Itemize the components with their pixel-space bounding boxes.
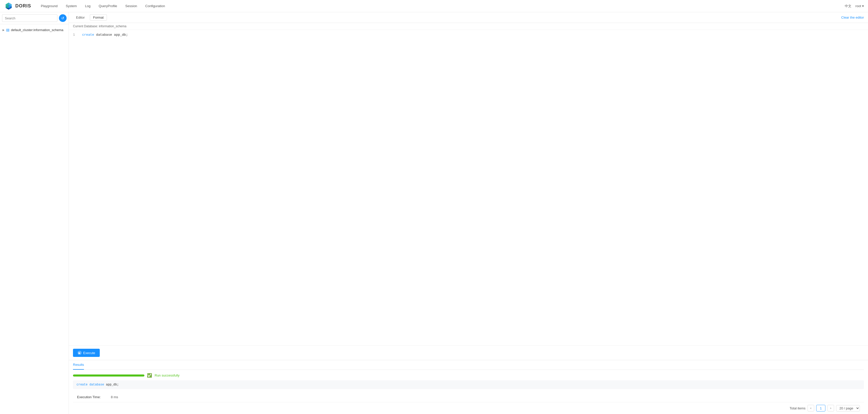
- clear-editor-button[interactable]: Clear the editor: [841, 15, 864, 20]
- tree-item-label: default_cluster:information_schema: [11, 28, 63, 32]
- main-layout: ↺ ▶ ▤ default_cluster:information_schema…: [0, 12, 868, 414]
- current-database-label: Current Database: information_schema: [69, 23, 868, 30]
- format-button[interactable]: Format: [90, 14, 107, 21]
- code-content-1: create database app_db;: [82, 33, 128, 37]
- code-editor[interactable]: 1 create database app_db;: [69, 30, 868, 345]
- chevron-down-icon: ▾: [862, 4, 864, 8]
- query-display: create database app_db;: [73, 380, 864, 389]
- progress-bar-background: [73, 375, 145, 377]
- editor-area: Editor Format Clear the editor Current D…: [69, 12, 868, 414]
- execute-area: ▶ Execute: [69, 345, 868, 360]
- refresh-icon: ↺: [61, 16, 64, 20]
- nav-queryprofile[interactable]: QueryProfile: [95, 3, 121, 9]
- nav-configuration[interactable]: Configuration: [142, 3, 168, 9]
- code-text-1: database app_db;: [94, 33, 128, 37]
- editor-tab[interactable]: Editor: [73, 14, 88, 21]
- nav-right: 中文 root ▾: [845, 4, 864, 8]
- tree-item-default-cluster[interactable]: ▶ ▤ default_cluster:information_schema: [0, 26, 69, 33]
- doris-logo-icon: [4, 2, 13, 11]
- refresh-button[interactable]: ↺: [59, 14, 67, 22]
- tree-expand-arrow: ▶: [3, 29, 5, 31]
- play-icon: ▶: [78, 351, 82, 355]
- logo-area: DORIS: [4, 2, 31, 11]
- sidebar: ↺ ▶ ▤ default_cluster:information_schema: [0, 12, 69, 414]
- exec-time-label: Execution Time:: [77, 395, 101, 399]
- pagination-row: Total items ‹ 1 › 20 / page: [73, 402, 864, 414]
- page-next-button[interactable]: ›: [828, 405, 834, 411]
- success-check-icon: ✅: [147, 373, 152, 378]
- execute-button[interactable]: ▶ Execute: [73, 349, 100, 357]
- page-prev-button[interactable]: ‹: [808, 405, 814, 411]
- nav-session[interactable]: Session: [122, 3, 141, 9]
- progress-row: ✅ Run successfully: [73, 373, 864, 378]
- execute-button-label: Execute: [83, 351, 95, 355]
- database-tree: ▶ ▤ default_cluster:information_schema: [0, 24, 69, 414]
- total-items-label: Total items: [790, 406, 805, 410]
- language-switch[interactable]: 中文: [845, 4, 851, 8]
- search-area: ↺: [0, 12, 69, 24]
- exec-time-value: 8 ms: [111, 395, 118, 399]
- per-page-select[interactable]: 20 / page: [836, 405, 860, 411]
- nav-system[interactable]: System: [62, 3, 81, 9]
- user-name: root: [856, 4, 861, 8]
- code-keyword-create: create: [82, 33, 94, 37]
- toolbar-left: Editor Format: [73, 14, 107, 21]
- query-keyword-create: create: [76, 383, 88, 386]
- logo-text: DORIS: [15, 3, 31, 9]
- editor-toolbar: Editor Format Clear the editor: [69, 12, 868, 23]
- results-tab-bar: Results: [73, 360, 864, 370]
- top-navbar: DORIS Playground System Log QueryProfile…: [0, 0, 868, 12]
- run-success-text: Run successfully: [155, 374, 180, 377]
- query-rest: app_db;: [106, 383, 119, 386]
- page-current: 1: [816, 405, 826, 411]
- search-input[interactable]: [2, 14, 57, 22]
- database-icon: ▤: [6, 28, 9, 32]
- line-number-1: 1: [73, 33, 78, 37]
- nav-links: Playground System Log QueryProfile Sessi…: [37, 3, 845, 9]
- nav-playground[interactable]: Playground: [37, 3, 61, 9]
- query-keyword-database: database: [89, 383, 104, 386]
- results-tab[interactable]: Results: [73, 360, 84, 370]
- code-line-1: 1 create database app_db;: [73, 33, 864, 37]
- user-menu[interactable]: root ▾: [856, 4, 864, 8]
- execution-info: Execution Time: 8 ms: [73, 392, 864, 402]
- svg-marker-5: [6, 8, 9, 10]
- results-area: Results ✅ Run successfully create databa…: [69, 360, 868, 414]
- progress-bar-fill: [73, 375, 145, 377]
- result-content: ✅ Run successfully create database app_d…: [73, 370, 864, 392]
- nav-log[interactable]: Log: [82, 3, 94, 9]
